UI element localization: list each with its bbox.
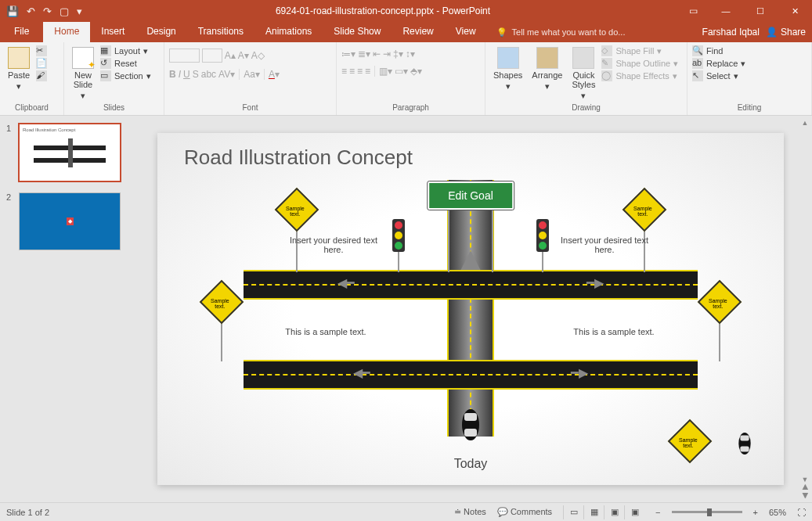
font-family-dropdown[interactable] [169, 49, 200, 63]
fit-to-window-button[interactable]: ⛶ [797, 508, 806, 517]
italic-button[interactable]: I [179, 69, 181, 80]
replace-button[interactable]: abReplace▾ [692, 58, 745, 69]
shape-effects-button[interactable]: ◯Shape Effects▾ [601, 70, 678, 81]
diamond-sign-mid-left[interactable]: Sample text. [200, 280, 244, 325]
traffic-light-right[interactable] [536, 219, 549, 252]
cut-button[interactable]: ✂ [36, 45, 47, 56]
layout-button[interactable]: ▦Layout▾ [100, 45, 151, 56]
columns-button[interactable]: ▥▾ [379, 66, 392, 77]
diamond-sign-top-left[interactable]: Sample text. [275, 188, 319, 232]
diamond-sign-legend[interactable]: Sample text. [668, 419, 713, 464]
paste-button[interactable]: Paste▾ [5, 45, 33, 93]
arrange-button[interactable]: Arrange▾ [529, 45, 565, 93]
zoom-slider[interactable] [672, 511, 742, 513]
shape-fill-button[interactable]: ◇Shape Fill▾ [601, 45, 678, 56]
slide-title[interactable]: Road Illustration Concept [184, 146, 413, 170]
case-button[interactable]: Aa▾ [244, 69, 260, 80]
tab-view[interactable]: View [445, 22, 487, 42]
maximize-button[interactable]: ☐ [743, 6, 778, 16]
font-size-dropdown[interactable] [202, 49, 222, 63]
normal-view-button[interactable]: ▭ [563, 505, 583, 519]
slide-thumbnail-2[interactable]: ◆ [19, 192, 121, 250]
strike-button[interactable]: S [193, 69, 199, 80]
decrease-font-icon[interactable]: A▾ [238, 50, 249, 61]
zoom-out-button[interactable]: − [655, 508, 660, 517]
tab-home[interactable]: Home [43, 22, 90, 42]
slide-canvas[interactable]: Road Illustration Concept ◀━ ━▶ ◀━ ━▶ Ed… [157, 133, 784, 485]
tab-slideshow[interactable]: Slide Show [323, 22, 392, 42]
user-name[interactable]: Farshad Iqbal [702, 27, 760, 38]
copy-button[interactable]: 📄 [36, 58, 47, 69]
line-spacing-button[interactable]: ‡▾ [393, 49, 403, 59]
ribbon-options-icon[interactable]: ▭ [677, 5, 709, 16]
tab-insert[interactable]: Insert [90, 22, 135, 42]
share-button[interactable]: 👤 Share [766, 27, 806, 38]
increase-font-icon[interactable]: A▴ [225, 50, 236, 61]
start-slideshow-icon[interactable]: ▢ [60, 5, 69, 17]
section-button[interactable]: ▭Section▾ [100, 70, 151, 81]
bullets-button[interactable]: ≔▾ [341, 49, 355, 59]
underline-button[interactable]: U [183, 69, 190, 80]
select-button[interactable]: ↖Select▾ [692, 70, 745, 81]
vertical-scrollbar[interactable]: ▲ ▼ ⯅ ⯆ [798, 116, 812, 502]
slideshow-view-button[interactable]: ▣ [624, 505, 644, 519]
reading-view-button[interactable]: ▣ [604, 505, 624, 519]
font-color-button[interactable]: A▾ [269, 69, 280, 80]
slide-text-bot-left[interactable]: This is a sample text. [267, 327, 384, 336]
goal-sign[interactable]: Edit Goal [428, 181, 514, 210]
zoom-level[interactable]: 65% [769, 508, 786, 517]
text-direction-button[interactable]: ↕▾ [406, 49, 415, 59]
format-painter-button[interactable]: 🖌 [36, 70, 47, 81]
align-left-button[interactable]: ≡ [341, 66, 347, 77]
scroll-up-icon[interactable]: ▲ [802, 119, 809, 127]
slide-thumbnails-panel[interactable]: 1 Road Illustration Concept 2 ◆ [0, 116, 129, 502]
tab-transitions[interactable]: Transitions [187, 22, 254, 42]
tab-design[interactable]: Design [135, 22, 186, 42]
tab-file[interactable]: File [0, 22, 43, 42]
shapes-button[interactable]: Shapes▾ [490, 45, 525, 93]
sorter-view-button[interactable]: ▦ [583, 505, 604, 519]
prev-slide-icon[interactable]: ⯅ [802, 483, 809, 491]
road-lower[interactable] [244, 360, 698, 390]
traffic-light-left[interactable] [392, 219, 405, 252]
slide-text-top-right[interactable]: Insert your desired text here. [554, 235, 655, 254]
bold-button[interactable]: B [169, 69, 176, 80]
diamond-sign-top-right[interactable]: Sample text. [623, 188, 667, 232]
zoom-in-button[interactable]: + [753, 508, 758, 517]
save-icon[interactable]: 💾 [6, 5, 19, 17]
clear-format-icon[interactable]: A◇ [251, 50, 265, 61]
align-right-button[interactable]: ≡ [357, 66, 363, 77]
slide-text-bot-right[interactable]: This is a sample text. [555, 327, 673, 336]
numbering-button[interactable]: ≣▾ [358, 49, 370, 59]
qat-dropdown-icon[interactable]: ▾ [77, 5, 82, 17]
close-button[interactable]: ✕ [778, 6, 812, 16]
tell-me-search[interactable]: 💡 Tell me what you want to do... [487, 22, 696, 42]
find-button[interactable]: 🔍Find [692, 45, 745, 56]
slide-text-top-left[interactable]: Insert your desired text here. [283, 235, 384, 254]
car-main[interactable] [460, 407, 482, 443]
undo-icon[interactable]: ↶ [27, 5, 35, 17]
align-text-button[interactable]: ▭▾ [395, 66, 408, 77]
diamond-sign-mid-right[interactable]: Sample text. [698, 280, 742, 325]
slide-thumbnail-1[interactable]: Road Illustration Concept [19, 124, 121, 181]
comments-button[interactable]: 💬 Comments [497, 507, 552, 517]
notes-button[interactable]: ≐ Notes [454, 507, 486, 517]
road-vertical[interactable] [447, 180, 494, 437]
indent-left-button[interactable]: ⇤ [373, 49, 381, 59]
smartart-button[interactable]: ⬘▾ [410, 66, 422, 77]
next-slide-icon[interactable]: ⯆ [802, 491, 809, 499]
spacing-button[interactable]: AV▾ [218, 69, 235, 80]
reset-button[interactable]: ↺Reset [100, 58, 151, 69]
shape-outline-button[interactable]: ✎Shape Outline▾ [601, 58, 678, 69]
scroll-down-icon[interactable]: ▼ [802, 476, 809, 483]
align-center-button[interactable]: ≡ [349, 66, 355, 77]
tab-animations[interactable]: Animations [254, 22, 323, 42]
tab-review[interactable]: Review [392, 22, 444, 42]
quick-styles-button[interactable]: Quick Styles▾ [568, 45, 598, 102]
justify-button[interactable]: ≡ [365, 66, 370, 77]
minimize-button[interactable]: — [709, 6, 743, 16]
car-legend[interactable] [737, 431, 752, 456]
new-slide-button[interactable]: ✦ New Slide▾ [69, 45, 97, 102]
shadow-button[interactable]: abc [201, 69, 216, 80]
redo-icon[interactable]: ↷ [43, 5, 52, 17]
